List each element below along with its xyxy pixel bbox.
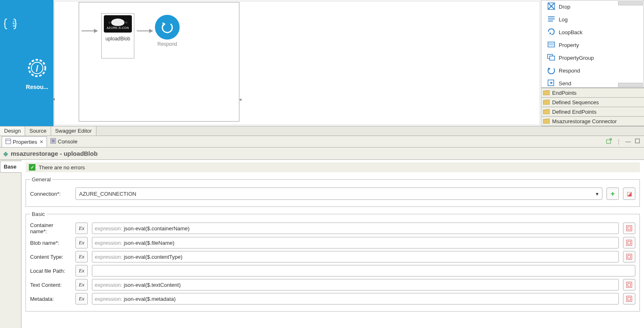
form-row: Blob name*:Exexpression:json-eval($.file…	[30, 237, 635, 248]
field-input[interactable]: expression:json-eval($.fileName)	[92, 237, 619, 248]
expression-toggle-button[interactable]: Ex	[75, 293, 88, 305]
svg-rect-20	[550, 56, 555, 60]
general-fieldset: General Connection*: AZURE_CONNECTION ▾ …	[26, 176, 640, 207]
field-label: Content Type:	[30, 254, 71, 260]
minimize-icon[interactable]: —	[625, 138, 631, 145]
palette-item-label: Send	[559, 80, 571, 87]
expression-toggle-button[interactable]: Ex	[75, 279, 88, 291]
add-connection-button[interactable]: ＋	[607, 187, 619, 200]
expression-toggle-button[interactable]: Ex	[75, 223, 88, 234]
form-row: Content Type:Exexpression:json-eval($.co…	[30, 251, 635, 262]
palette-item-propertygroup[interactable]: PropertyGroup	[541, 52, 644, 64]
namespace-button[interactable]	[623, 293, 635, 305]
export-icon[interactable]	[606, 138, 612, 145]
palette-folder-endpoints[interactable]: EndPoints	[541, 88, 644, 98]
expression-toggle-button[interactable]: Ex	[75, 237, 88, 248]
svg-marker-5	[94, 29, 98, 33]
basic-legend: Basic	[30, 211, 47, 217]
resource-sidebar: / Resou...	[21, 0, 54, 126]
field-label: Metadata:	[30, 296, 71, 302]
palette-item-property[interactable]: Property	[541, 39, 644, 52]
palette-item-label: Respond	[559, 68, 580, 74]
tab-swagger-editor[interactable]: Swagger Editor	[51, 127, 96, 136]
scroll-up-icon[interactable]	[618, 1, 643, 5]
palette-item-log[interactable]: Log	[541, 13, 644, 26]
input-prefix: expression:	[95, 296, 122, 302]
palette-item-respond[interactable]: Respond	[541, 64, 644, 77]
palette-item-label: PropertyGroup	[559, 55, 594, 61]
tab-source[interactable]: Source	[25, 127, 51, 136]
edit-connection-button[interactable]: ◪	[623, 187, 635, 200]
palette-folder-defined-endpoints[interactable]: Defined EndPoints	[541, 107, 644, 117]
namespace-icon	[626, 225, 632, 231]
tab-properties[interactable]: Properties ✕	[2, 136, 47, 147]
field-input[interactable]: expression:json-eval($.containerName)	[92, 223, 619, 234]
collapse-marker-icon[interactable]: ◂	[239, 96, 241, 102]
properties-icon	[5, 138, 11, 145]
maximize-icon[interactable]	[635, 138, 640, 145]
palette-folder-label: Defined EndPoints	[552, 109, 597, 115]
resource-label: Resou...	[26, 84, 48, 90]
expression-toggle-button[interactable]: Ex	[75, 265, 88, 276]
input-prefix: expression:	[95, 282, 122, 288]
input-value: json-eval($.contentType)	[124, 254, 182, 260]
connection-select[interactable]: AZURE_CONNECTION ▾	[75, 187, 602, 200]
input-prefix: expression:	[95, 240, 122, 246]
field-input[interactable]: expression:json-eval($.metadata)	[92, 293, 619, 305]
namespace-icon	[626, 240, 632, 246]
namespace-button[interactable]	[623, 251, 635, 262]
svg-marker-23	[550, 82, 553, 84]
node-uploadblob[interactable]: ○ ○ AZURE-S-CON uploadBlob	[101, 13, 134, 59]
close-icon[interactable]: ✕	[40, 139, 43, 145]
tab-console[interactable]: Console	[47, 136, 81, 147]
no-errors-text: There are no errors	[39, 164, 85, 171]
connection-label: Connection*:	[30, 191, 71, 197]
form-row: Text Content:Exexpression:json-eval($.te…	[30, 279, 635, 291]
field-input[interactable]: expression:json-eval($.textContent)	[92, 279, 619, 291]
palette-item-label: Property	[559, 42, 579, 48]
check-icon: ✓	[29, 164, 35, 171]
palette-folder-msazurestorage[interactable]: Msazurestorage Connector	[541, 117, 644, 126]
node-respond[interactable]: Respond	[155, 15, 180, 47]
folder-icon	[543, 119, 550, 124]
palette-panel: Drop Log LoopBack Property	[541, 0, 644, 126]
input-prefix: expression:	[95, 254, 122, 260]
namespace-icon	[626, 282, 632, 288]
palette-item-label: LoopBack	[559, 29, 583, 35]
input-prefix: expression:	[95, 225, 122, 232]
namespace-button[interactable]	[623, 279, 635, 291]
field-input[interactable]: expression:json-eval($.contentType)	[92, 251, 619, 262]
respond-caption: Respond	[155, 41, 180, 47]
design-canvas[interactable]: ○ ○ AZURE-S-CON uploadBlob	[54, 1, 540, 125]
field-label: Blob name*:	[30, 240, 71, 246]
tab-base[interactable]: Base	[0, 161, 21, 173]
menu-icon[interactable]: ⋮	[616, 138, 621, 145]
azure-connector-icon: ○ ○ AZURE-S-CON	[104, 15, 132, 33]
tab-design[interactable]: Design	[0, 127, 25, 136]
palette-folder-defined-sequences[interactable]: Defined Sequences	[541, 98, 644, 107]
expression-toggle-button[interactable]: Ex	[75, 251, 88, 262]
api-icon[interactable]: A P I	[4, 16, 16, 31]
form-row: Container name*:Exexpression:json-eval($…	[30, 222, 635, 234]
drop-icon	[547, 2, 555, 12]
properties-title: msazurestorage - uploadBlob	[11, 150, 98, 157]
arrow-icon	[137, 27, 153, 36]
namespace-button[interactable]	[623, 237, 635, 248]
field-input[interactable]	[92, 265, 635, 276]
send-icon	[547, 79, 555, 88]
azure-badge-text: AZURE-S-CON	[107, 26, 129, 29]
scroll-down-icon[interactable]	[618, 83, 643, 87]
field-label: Text Content:	[30, 282, 71, 288]
folder-icon	[543, 109, 550, 114]
palette-item-label: Drop	[559, 4, 570, 10]
gear-icon[interactable]: /	[27, 58, 47, 80]
palette-folder-label: Defined Sequences	[552, 99, 599, 105]
palette-item-loopback[interactable]: LoopBack	[541, 26, 644, 39]
panel-tab-label: Console	[58, 138, 77, 145]
svg-marker-15	[550, 32, 551, 35]
namespace-button[interactable]	[623, 223, 635, 234]
editor-tabs: Design Source Swagger Editor	[0, 126, 644, 136]
palette-item-label: Log	[559, 16, 568, 23]
input-value: json-eval($.containerName)	[124, 225, 190, 232]
collapse-marker-icon[interactable]: ◂	[52, 96, 55, 102]
